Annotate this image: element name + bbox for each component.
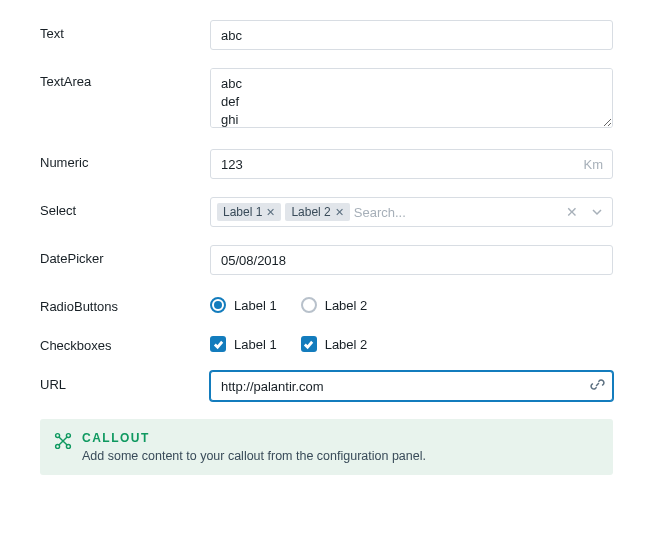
- checkbox-icon: [210, 336, 226, 352]
- label-numeric: Numeric: [40, 149, 210, 170]
- row-textarea: TextArea: [40, 68, 613, 131]
- label-url: URL: [40, 371, 210, 392]
- chevron-down-icon[interactable]: [588, 205, 606, 220]
- radio-label: Label 1: [234, 298, 277, 313]
- select-tag-label: Label 2: [291, 205, 330, 219]
- label-select: Select: [40, 197, 210, 218]
- radio-option-2[interactable]: Label 2: [301, 297, 368, 313]
- select-clear-icon[interactable]: ✕: [560, 204, 584, 220]
- row-url: URL: [40, 371, 613, 401]
- select-search-input[interactable]: [354, 205, 556, 220]
- label-checkboxes: Checkboxes: [40, 332, 210, 353]
- url-input[interactable]: [210, 371, 613, 401]
- radio-label: Label 2: [325, 298, 368, 313]
- select-tag[interactable]: Label 2 ✕: [285, 203, 349, 221]
- select-tag-label: Label 1: [223, 205, 262, 219]
- select-box[interactable]: Label 1 ✕ Label 2 ✕ ✕: [210, 197, 613, 227]
- callout-text: Add some content to your callout from th…: [82, 449, 599, 463]
- radio-icon: [301, 297, 317, 313]
- row-numeric: Numeric Km: [40, 149, 613, 179]
- checkbox-label: Label 2: [325, 337, 368, 352]
- radio-icon: [210, 297, 226, 313]
- row-select: Select Label 1 ✕ Label 2 ✕ ✕: [40, 197, 613, 227]
- tag-remove-icon[interactable]: ✕: [335, 206, 344, 219]
- checkbox-option-1[interactable]: Label 1: [210, 336, 277, 352]
- drone-icon: [54, 432, 72, 463]
- radio-group: Label 1 Label 2: [210, 293, 613, 313]
- row-datepicker: DatePicker: [40, 245, 613, 275]
- row-checkboxes: Checkboxes Label 1 Label 2: [40, 332, 613, 353]
- row-text: Text: [40, 20, 613, 50]
- label-datepicker: DatePicker: [40, 245, 210, 266]
- checkbox-group: Label 1 Label 2: [210, 332, 613, 352]
- numeric-input[interactable]: [210, 149, 613, 179]
- label-textarea: TextArea: [40, 68, 210, 89]
- callout-title: CALLOUT: [82, 431, 599, 445]
- row-radio: RadioButtons Label 1 Label 2: [40, 293, 613, 314]
- link-icon[interactable]: [590, 377, 605, 395]
- checkbox-label: Label 1: [234, 337, 277, 352]
- select-tag[interactable]: Label 1 ✕: [217, 203, 281, 221]
- textarea-input[interactable]: [210, 68, 613, 128]
- tag-remove-icon[interactable]: ✕: [266, 206, 275, 219]
- text-input[interactable]: [210, 20, 613, 50]
- callout: CALLOUT Add some content to your callout…: [40, 419, 613, 475]
- radio-option-1[interactable]: Label 1: [210, 297, 277, 313]
- datepicker-input[interactable]: [210, 245, 613, 275]
- label-radio: RadioButtons: [40, 293, 210, 314]
- checkbox-icon: [301, 336, 317, 352]
- checkbox-option-2[interactable]: Label 2: [301, 336, 368, 352]
- label-text: Text: [40, 20, 210, 41]
